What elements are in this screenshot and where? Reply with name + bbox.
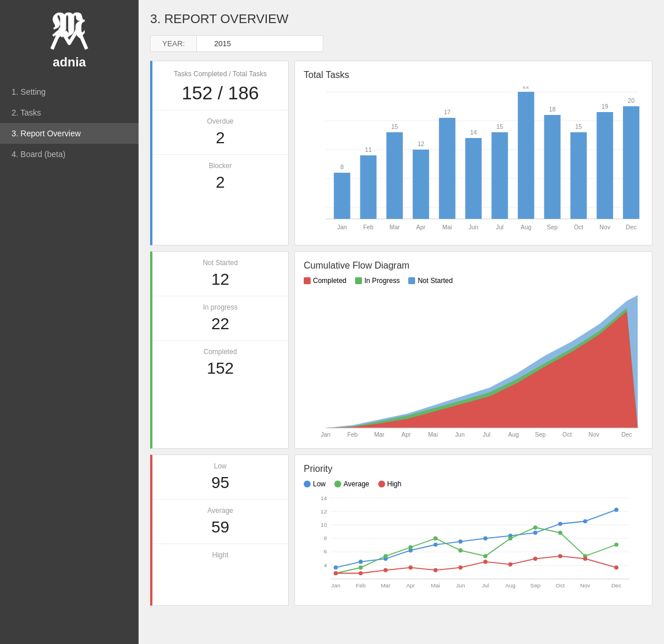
- bar-jul: [491, 132, 508, 219]
- svg-point-77: [458, 548, 462, 552]
- svg-text:15: 15: [497, 123, 503, 130]
- svg-point-81: [558, 531, 562, 535]
- svg-text:12: 12: [320, 508, 327, 515]
- svg-text:4: 4: [324, 562, 327, 568]
- completed-value: 152: [158, 359, 282, 378]
- bar-feb: [360, 155, 376, 219]
- sidebar-item-tasks[interactable]: 2. Tasks: [0, 102, 139, 123]
- not-started-value: 12: [158, 270, 282, 289]
- total-tasks-title: Total Tasks: [304, 70, 643, 80]
- year-value: 2015: [197, 36, 248, 51]
- svg-text:6: 6: [324, 548, 327, 554]
- priority-chart-panel: Priority Low Average High: [294, 455, 652, 606]
- in-progress-label: In progress: [158, 303, 282, 311]
- svg-text:Sep: Sep: [547, 224, 558, 230]
- bar-oct: [570, 132, 587, 219]
- stat-panel-tasks: Tasks Completed / Total Tasks 152 / 186 …: [150, 61, 289, 245]
- bar-mai: [439, 118, 455, 219]
- svg-text:Sep: Sep: [535, 431, 546, 438]
- svg-point-71: [614, 508, 618, 512]
- blocker-label: Blocker: [158, 162, 282, 170]
- svg-text:Oct: Oct: [574, 224, 583, 230]
- blocker-value: 2: [158, 173, 282, 192]
- svg-point-90: [483, 560, 487, 564]
- svg-text:14: 14: [320, 495, 327, 501]
- in-progress-value: 22: [158, 315, 282, 333]
- svg-text:Jan: Jan: [321, 431, 331, 438]
- svg-point-84: [334, 571, 338, 575]
- avg-legend-label: Average: [344, 480, 369, 488]
- bar-sep: [544, 115, 560, 219]
- svg-point-65: [458, 539, 462, 544]
- svg-text:Apr: Apr: [416, 224, 426, 230]
- svg-point-83: [614, 542, 618, 546]
- svg-text:11: 11: [365, 146, 372, 153]
- svg-text:Mai: Mai: [442, 224, 452, 230]
- svg-text:Dec: Dec: [626, 224, 637, 230]
- bar-nov: [596, 112, 613, 219]
- svg-point-88: [434, 568, 438, 572]
- average-label: Average: [158, 507, 282, 515]
- stat-panel-flow: Not Started 12 In progress 22 Completed …: [150, 251, 289, 449]
- notstarted-legend-label: Not Started: [417, 277, 453, 285]
- dashboard-row-3: Low 95 Average 59 Hight Priority Low: [150, 455, 652, 606]
- svg-text:22: 22: [523, 86, 529, 90]
- svg-point-70: [583, 519, 587, 523]
- svg-text:Sep: Sep: [530, 582, 540, 589]
- legend-notstarted: Not Started: [408, 277, 453, 285]
- svg-text:Jan: Jan: [331, 582, 341, 589]
- low-legend-label: Low: [313, 480, 326, 488]
- overdue-label: Overdue: [158, 117, 282, 125]
- total-tasks-chart: Total Tasks 8 11: [294, 61, 652, 245]
- stat-hight: Hight: [152, 544, 288, 569]
- svg-text:20: 20: [628, 97, 635, 104]
- svg-text:Mai: Mai: [431, 582, 440, 589]
- stat-main-label: Tasks Completed / Total Tasks: [158, 70, 282, 78]
- svg-point-86: [383, 568, 387, 572]
- avg-legend-dot: [334, 481, 341, 487]
- low-label: Low: [158, 462, 282, 470]
- sidebar-item-setting[interactable]: 1. Setting: [0, 81, 139, 102]
- svg-text:Dec: Dec: [621, 431, 632, 438]
- priority-svg: 14 12 10 8 6 4: [304, 493, 643, 597]
- svg-text:8: 8: [340, 163, 344, 170]
- svg-text:Aug: Aug: [505, 582, 516, 589]
- sidebar-item-board[interactable]: 4. Board (beta): [0, 144, 139, 165]
- svg-point-73: [359, 565, 363, 569]
- svg-text:Mar: Mar: [374, 431, 385, 438]
- bar-jan: [334, 173, 350, 219]
- svg-text:Feb: Feb: [347, 431, 357, 438]
- sidebar-item-report[interactable]: 3. Report Overview: [0, 123, 139, 144]
- svg-text:Mar: Mar: [389, 224, 400, 230]
- svg-text:Aug: Aug: [521, 224, 532, 230]
- svg-point-64: [434, 542, 438, 546]
- year-filter[interactable]: YEAR: 2015: [150, 35, 323, 52]
- svg-point-79: [508, 537, 512, 541]
- svg-text:Aug: Aug: [508, 431, 519, 438]
- svg-text:10: 10: [320, 522, 327, 528]
- svg-text:8: 8: [324, 535, 327, 541]
- svg-point-85: [359, 571, 363, 575]
- svg-point-89: [458, 565, 462, 569]
- svg-text:Feb: Feb: [356, 582, 366, 589]
- svg-point-68: [534, 531, 538, 535]
- svg-marker-33: [326, 311, 638, 428]
- high-line: [336, 556, 617, 574]
- completed-label: Completed: [158, 348, 282, 356]
- svg-point-61: [359, 560, 363, 564]
- svg-point-75: [409, 545, 413, 549]
- svg-text:Oct: Oct: [556, 582, 565, 589]
- low-value: 95: [158, 474, 282, 492]
- svg-text:Jun: Jun: [456, 582, 465, 589]
- priority-legend-high: High: [378, 480, 402, 488]
- hight-label: Hight: [158, 551, 282, 559]
- svg-text:12: 12: [417, 140, 424, 147]
- priority-legend-avg: Average: [334, 480, 369, 488]
- svg-point-66: [483, 537, 487, 541]
- high-legend-dot: [378, 481, 385, 487]
- svg-text:Apr: Apr: [406, 582, 415, 589]
- dashboard-row-2: Not Started 12 In progress 22 Completed …: [150, 251, 652, 449]
- cfd-legend: Completed In Progress Not Started: [304, 277, 643, 285]
- low-line: [336, 510, 617, 568]
- legend-inprogress: In Progress: [355, 277, 400, 285]
